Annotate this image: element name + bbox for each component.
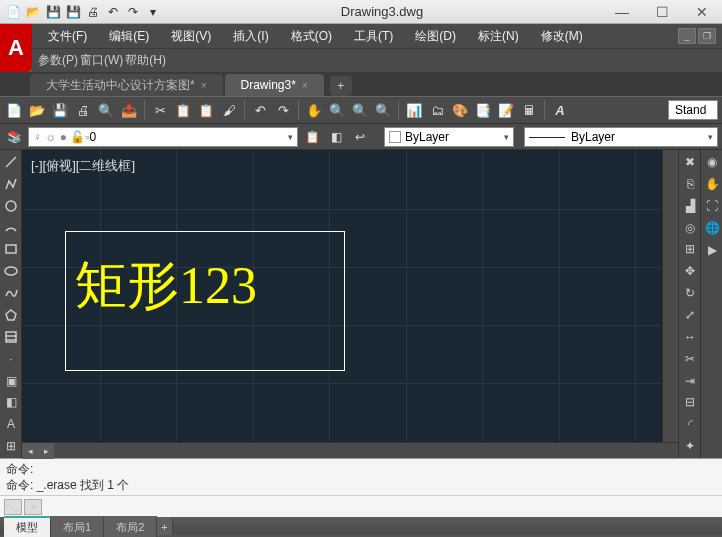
block-icon[interactable]: ▣ (1, 371, 21, 391)
drawing-canvas[interactable]: [-][俯视][二维线框] 矩形123 (22, 150, 662, 442)
save-icon[interactable]: 💾 (50, 100, 70, 120)
publish-icon[interactable]: 📤 (119, 100, 139, 120)
move-icon[interactable]: ✥ (680, 261, 700, 281)
command-prompt-icon[interactable]: ▷_ (4, 499, 22, 515)
qat-dropdown-icon[interactable]: ▾ (144, 3, 162, 21)
new-icon[interactable]: 📄 (4, 100, 24, 120)
redo-icon[interactable]: ↷ (273, 100, 293, 120)
pan-icon[interactable]: ✋ (304, 100, 324, 120)
tab-doc-2[interactable]: Drawing3* × (225, 74, 324, 96)
scroll-left-icon[interactable]: ◂ (22, 443, 38, 459)
close-button[interactable]: ✕ (682, 0, 722, 24)
scale-icon[interactable]: ⤢ (680, 305, 700, 325)
pan2-icon[interactable]: ✋ (702, 174, 722, 194)
layer-state-icon[interactable]: 📋 (302, 127, 322, 147)
calc-icon[interactable]: 🖩 (519, 100, 539, 120)
spline-icon[interactable] (1, 283, 21, 303)
orbit-icon[interactable]: 🌐 (702, 218, 722, 238)
mirror-icon[interactable]: ▟ (680, 196, 700, 216)
command-recent-icon[interactable]: ▾ (24, 499, 42, 515)
scroll-right-icon[interactable]: ▸ (38, 443, 54, 459)
saveas-icon[interactable]: 💾 (64, 3, 82, 21)
offset-icon[interactable]: ◎ (680, 218, 700, 238)
tool-palette-icon[interactable]: 🎨 (450, 100, 470, 120)
tab-close-icon[interactable]: × (201, 80, 207, 91)
zoom-prev-icon[interactable]: 🔍 (373, 100, 393, 120)
menu-format[interactable]: 格式(O) (281, 25, 342, 48)
point-icon[interactable]: · (1, 349, 21, 369)
minimize-button[interactable]: — (602, 0, 642, 24)
doc-minimize-icon[interactable]: _ (678, 28, 696, 44)
erase-icon[interactable]: ✖ (680, 152, 700, 172)
markup-icon[interactable]: 📝 (496, 100, 516, 120)
arc-icon[interactable] (1, 218, 21, 238)
layout-add-icon[interactable]: + (157, 517, 172, 535)
fillet-icon[interactable]: ◜ (680, 414, 700, 434)
menu-tools[interactable]: 工具(T) (344, 25, 403, 48)
text-style-icon[interactable]: A (550, 100, 570, 120)
save-icon[interactable]: 💾 (44, 3, 62, 21)
menu-draw[interactable]: 绘图(D) (405, 25, 466, 48)
menu-view[interactable]: 视图(V) (161, 25, 221, 48)
menu-modify[interactable]: 修改(M) (531, 25, 593, 48)
menu-insert[interactable]: 插入(I) (223, 25, 278, 48)
layer-properties-icon[interactable]: 📚 (4, 127, 24, 147)
ellipse-icon[interactable] (1, 261, 21, 281)
extend-icon[interactable]: ⇥ (680, 371, 700, 391)
zoom-extents-icon[interactable]: ⛶ (702, 196, 722, 216)
layout2-tab[interactable]: 布局2 (104, 516, 157, 537)
undo-icon[interactable]: ↶ (250, 100, 270, 120)
layer-combo[interactable]: ♀ ☼ ● 🔓▫ 0 ▾ (28, 127, 298, 147)
maximize-button[interactable]: ☐ (642, 0, 682, 24)
hatch-icon[interactable] (1, 327, 21, 347)
copy-obj-icon[interactable]: ⎘ (680, 174, 700, 194)
menu-help[interactable]: 帮助(H) (125, 52, 166, 69)
menu-parametric[interactable]: 参数(P) (38, 52, 78, 69)
sheet-set-icon[interactable]: 📑 (473, 100, 493, 120)
showmotion-icon[interactable]: ▶ (702, 240, 722, 260)
text-style-combo[interactable]: Stand (668, 100, 718, 120)
rect-icon[interactable] (1, 239, 21, 259)
menu-dimension[interactable]: 标注(N) (468, 25, 529, 48)
color-combo[interactable]: ByLayer ▾ (384, 127, 514, 147)
vertical-scrollbar[interactable] (662, 150, 678, 442)
rotate-icon[interactable]: ↻ (680, 283, 700, 303)
text-object[interactable]: 矩形123 (75, 251, 257, 321)
array-icon[interactable]: ⊞ (680, 239, 700, 259)
stretch-icon[interactable]: ↔ (680, 327, 700, 347)
horizontal-scrollbar[interactable]: ◂ ▸ (22, 442, 678, 458)
region-icon[interactable]: ◧ (1, 392, 21, 412)
new-icon[interactable]: 📄 (4, 3, 22, 21)
model-tab[interactable]: 模型 (4, 516, 51, 537)
open-icon[interactable]: 📂 (27, 100, 47, 120)
line-icon[interactable] (1, 152, 21, 172)
tab-doc-1[interactable]: 大学生活动中心设计方案图* × (30, 74, 223, 96)
print-icon[interactable]: 🖨 (84, 3, 102, 21)
command-input[interactable] (44, 499, 718, 514)
tab-close-icon[interactable]: × (302, 80, 308, 91)
properties-icon[interactable]: 📊 (404, 100, 424, 120)
layer-prev-icon[interactable]: ↩ (350, 127, 370, 147)
circle-icon[interactable] (1, 196, 21, 216)
paste-icon[interactable]: 📋 (196, 100, 216, 120)
polygon-icon[interactable] (1, 305, 21, 325)
layout1-tab[interactable]: 布局1 (51, 516, 104, 537)
doc-restore-icon[interactable]: ❐ (698, 28, 716, 44)
viewport-label[interactable]: [-][俯视][二维线框] (31, 157, 135, 175)
table-icon[interactable]: ⊞ (1, 436, 21, 456)
undo-icon[interactable]: ↶ (104, 3, 122, 21)
layer-iso-icon[interactable]: ◧ (326, 127, 346, 147)
menu-file[interactable]: 文件(F) (38, 25, 97, 48)
menu-window[interactable]: 窗口(W) (80, 52, 123, 69)
explode-icon[interactable]: ✦ (680, 436, 700, 456)
text-icon[interactable]: A (1, 414, 21, 434)
preview-icon[interactable]: 🔍 (96, 100, 116, 120)
pline-icon[interactable] (1, 174, 21, 194)
match-icon[interactable]: 🖌 (219, 100, 239, 120)
new-tab-button[interactable]: + (330, 76, 352, 96)
break-icon[interactable]: ⊟ (680, 392, 700, 412)
zoom-icon[interactable]: 🔍 (327, 100, 347, 120)
redo-icon[interactable]: ↷ (124, 3, 142, 21)
zoom-window-icon[interactable]: 🔍 (350, 100, 370, 120)
navwheel-icon[interactable]: ◉ (702, 152, 722, 172)
